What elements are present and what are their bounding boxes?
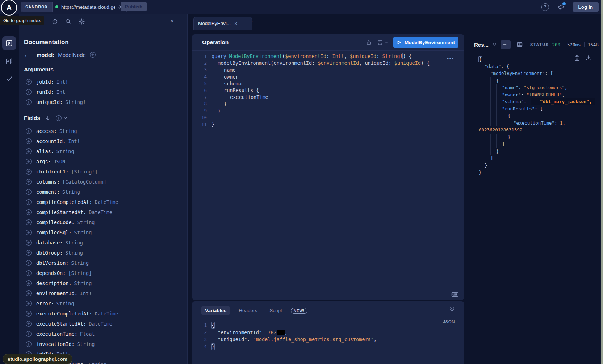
back-arrow-icon[interactable]: ← [24,52,30,58]
share-operation-icon[interactable] [366,39,372,46]
add-to-query-plus-icon[interactable] [25,310,32,317]
field-type-link[interactable]: String [74,230,92,235]
add-to-query-plus-icon[interactable] [25,341,32,347]
explorer-nav-item[interactable] [2,36,16,50]
field-type-link[interactable]: Int! [68,138,80,144]
breadcrumb-type-link[interactable]: ModelNode [58,52,86,58]
settings-gear-icon[interactable] [79,18,85,25]
field-row[interactable]: compileStartedAt:DateTime [19,207,187,217]
announcements-megaphone-icon[interactable] [557,4,565,11]
field-type-link[interactable]: [CatalogColumn] [62,179,106,185]
add-to-query-plus-icon[interactable] [25,219,32,226]
login-button[interactable]: Log in [573,2,599,12]
add-to-query-plus-icon[interactable] [25,179,32,185]
field-type-link[interactable]: String [65,240,83,246]
close-tab-icon[interactable]: × [234,21,238,26]
collapse-panel-icon[interactable]: « [170,17,174,24]
add-to-query-plus-icon[interactable] [25,148,32,155]
field-row[interactable]: executeStartedAt:DateTime [19,319,187,329]
keyboard-shortcuts-icon[interactable] [451,292,458,297]
operation-tab[interactable]: ModelByEnvi... × [193,17,252,30]
field-row[interactable]: columns:[CatalogColumn] [19,177,187,187]
argument-row[interactable]: jobId:Int! [19,77,187,87]
field-row[interactable]: description:String [19,278,187,288]
publish-button[interactable]: Publish [121,2,147,11]
field-row[interactable]: dbtGroup:String [19,248,187,258]
schema-nav-item[interactable] [5,57,13,65]
endpoint-url-input[interactable]: https://metadata.cloud.get [61,4,115,10]
field-type-link[interactable]: DateTime [95,199,118,205]
field-type-link[interactable]: [String!] [71,169,97,175]
checks-nav-item[interactable] [5,75,13,83]
tab-script[interactable]: Script [266,306,286,315]
argument-row[interactable]: uniqueId:String! [19,97,187,107]
add-to-query-plus-icon[interactable] [25,99,32,105]
variables-editor[interactable]: 1{2"environmentId": 782,3"uniqueId": "mo… [192,322,464,350]
add-to-query-plus-icon[interactable] [25,199,32,205]
field-type-link[interactable]: String [56,148,74,154]
field-row[interactable]: invocationId:String [19,339,187,349]
field-type-link[interactable]: Int! [80,290,92,296]
field-row[interactable]: database:String [19,238,187,248]
add-to-query-plus-icon[interactable] [25,290,32,297]
apollo-logo[interactable]: A [1,0,17,16]
field-row[interactable]: compileCompletedAt:DateTime [19,197,187,207]
add-to-query-plus-icon[interactable] [25,260,32,266]
field-row[interactable]: dependsOn:[String] [19,268,187,278]
add-to-query-plus-icon[interactable] [25,229,32,236]
collapse-variables-chevrons-icon[interactable] [449,307,455,312]
add-to-query-plus-icon[interactable] [25,270,32,276]
field-row[interactable]: access:String [19,126,187,136]
field-row[interactable]: error:String [19,298,187,309]
add-to-query-plus-icon[interactable] [25,189,32,195]
help-icon[interactable]: ? [541,3,549,11]
field-type-link[interactable]: [String] [68,270,92,276]
add-to-query-plus-icon[interactable] [25,138,32,145]
add-to-query-plus-icon[interactable] [25,89,32,95]
graphql-editor[interactable]: 1query ModelByEnvironment($environmentId… [192,53,464,128]
tab-headers[interactable]: Headers [235,306,261,315]
response-dropdown-chevron-icon[interactable] [493,43,497,46]
search-icon[interactable] [65,18,71,25]
json-view-toggle[interactable] [501,40,511,49]
history-icon[interactable] [52,18,58,25]
field-type-link[interactable]: String [59,128,77,134]
add-to-query-plus-icon[interactable] [25,250,32,256]
field-row[interactable]: args:JSON [19,156,187,167]
field-row[interactable]: dbtVersion:String [19,258,187,268]
add-to-query-plus-icon[interactable] [25,280,32,286]
add-fields-chevron-icon[interactable] [63,117,67,120]
field-type-link[interactable]: Float [80,331,95,337]
response-json[interactable]: {"data": {"modelByEnvironment": [{"name"… [479,56,598,176]
field-type-link[interactable]: String [89,361,106,364]
field-row[interactable]: compiledCode:String [19,217,187,227]
run-operation-button[interactable]: ModelByEnvironment [393,37,458,48]
field-row[interactable]: alias:String [19,146,187,156]
save-operation-icon[interactable] [377,39,383,46]
field-row[interactable]: childrenL1:[String!] [19,167,187,177]
field-type-link[interactable]: Int [56,89,65,95]
add-to-query-plus-icon[interactable] [25,128,32,134]
table-view-toggle[interactable] [515,40,525,49]
field-type-link[interactable]: String [77,341,95,347]
add-to-query-plus-icon[interactable] [25,168,32,175]
add-to-query-plus-icon[interactable] [25,300,32,307]
field-type-link[interactable]: String [71,260,89,266]
field-type-link[interactable]: String! [65,99,86,105]
add-all-fields-plus-icon[interactable] [55,115,62,121]
tab-variables[interactable]: Variables [201,306,230,315]
field-row[interactable]: accountId:Int! [19,136,187,146]
field-type-link[interactable]: String [74,280,92,286]
field-type-link[interactable]: Int! [56,79,68,85]
field-row[interactable]: environmentId:Int! [19,288,187,298]
add-to-query-plus-icon[interactable] [25,331,32,337]
field-type-link[interactable]: String [62,189,80,195]
sort-arrow-down-icon[interactable] [45,116,50,121]
add-field-plus-icon[interactable] [89,51,96,58]
field-type-link[interactable]: DateTime [95,311,118,317]
field-row[interactable]: comment:String [19,187,187,197]
argument-row[interactable]: runId:Int [19,87,187,97]
add-to-query-plus-icon[interactable] [25,158,32,165]
field-row[interactable]: executionTime:Float [19,329,187,339]
field-row[interactable]: compiledSql:String [19,227,187,238]
